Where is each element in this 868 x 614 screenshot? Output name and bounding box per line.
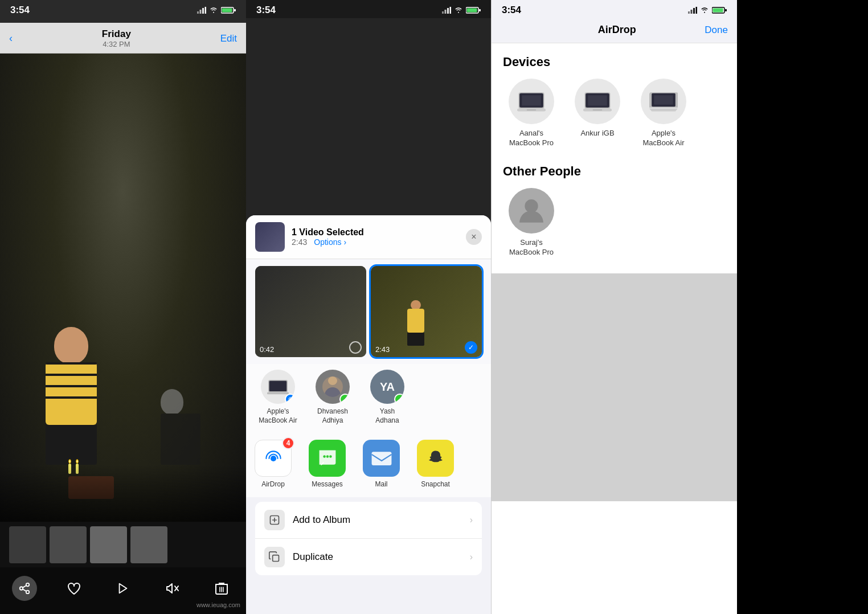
duplicate-icon [264,547,285,567]
wifi-icon2 [454,7,463,14]
mail-app-icon [363,440,400,477]
airdrop-content: Devices Aanal'sMacBook Pro [492,43,737,257]
thumb-4[interactable] [130,526,167,563]
thumb-2[interactable] [50,526,87,563]
svg-rect-37 [273,555,279,562]
snapchat-icon-svg [425,448,446,469]
device-suraj[interactable]: Suraj'sMacBook Pro [503,188,560,257]
phone1-status-bar: 3:54 [0,0,246,18]
device-apple-air[interactable]: Apple'sMacBook Air [635,79,692,148]
share-sheet-header: 1 Video Selected 2:43 Options › × [246,215,491,259]
mute-icon [165,582,179,595]
watermark1: www.ieuag.com [196,601,240,608]
duplicate-action[interactable]: Duplicate › [255,539,482,575]
app-item-messages[interactable]: Messages [300,435,354,493]
trash-button[interactable] [209,576,234,601]
share-contacts-row: Apple'sMacBook Air DhvaneshAdhiya YA [246,364,491,431]
svg-rect-41 [696,7,698,14]
share-sheet-panel: 1 Video Selected 2:43 Options › × 0:42 [246,215,491,614]
phone2-share-sheet: 3:54 1 Video Selected 2:43 Options › × [246,0,491,614]
other-people-section-title: Other People [503,164,726,179]
airdrop-done-button[interactable]: Done [705,24,728,36]
svg-point-31 [326,455,329,458]
contact-item-macbookair[interactable]: Apple'sMacBook Air [255,370,301,425]
nav-title-block: Friday 4:32 PM [102,28,131,48]
video-duration-2: 2:43 [375,345,390,354]
svg-rect-26 [269,381,286,391]
share-close-button[interactable]: × [466,229,482,245]
video-thumb-1[interactable]: 0:42 [255,266,366,357]
duplicate-arrow: › [470,552,473,562]
messages-app-icon [309,440,346,477]
device-avatar-ankur [575,79,620,124]
device-avatar-aanal [509,79,554,124]
contact-label-dhvanesh: DhvaneshAdhiya [317,407,348,425]
app-item-snapchat[interactable]: Snapchat [408,435,462,493]
battery-icon [221,7,236,14]
battery-icon3 [712,7,727,14]
app-item-airdrop[interactable]: 4 AirDrop [246,435,300,493]
phone2-time: 3:54 [256,5,276,16]
share-thumb [255,222,285,252]
heart-icon [67,582,81,595]
copy-icon [269,551,280,563]
phone2-status-icons [442,7,481,14]
contact-item-yash[interactable]: YA YashAdhana [365,370,410,425]
add-to-album-action[interactable]: Add to Album › [255,502,482,539]
mute-button[interactable] [159,576,185,601]
airdrop-title: AirDrop [598,24,636,36]
device-aanal[interactable]: Aanal'sMacBook Pro [503,79,560,148]
thumb-3[interactable] [90,526,127,563]
photo-image [0,50,246,522]
wifi-icon [209,7,218,14]
svg-point-30 [323,455,326,458]
phone2-status-bar: 3:54 [246,0,491,18]
svg-rect-38 [688,11,690,14]
phone3-time: 3:54 [502,5,521,16]
video-select-check-2[interactable]: ✓ [465,341,477,354]
device-ankur[interactable]: Ankur iGB [569,79,626,148]
messages-app-label: Messages [312,480,343,488]
svg-rect-33 [371,452,391,465]
wifi-icon3 [700,7,709,14]
video-select-circle-1[interactable] [349,341,362,354]
svg-rect-19 [445,10,447,14]
heart-button[interactable] [62,576,87,601]
thumb-1[interactable] [9,526,46,563]
options-link[interactable]: Options › [314,238,346,247]
airdrop-icon-svg [261,447,285,470]
battery-icon2 [466,7,481,14]
video-thumb-2[interactable]: 2:43 ✓ [371,266,482,357]
person-silhouette-icon [517,197,546,225]
airdrop-badge [285,394,295,404]
share-info: 1 Video Selected 2:43 Options › [292,227,459,247]
svg-point-7 [26,583,30,587]
edit-button[interactable]: Edit [220,33,237,44]
device-label-ankur: Ankur iGB [580,129,614,138]
svg-rect-56 [654,95,673,105]
play-button[interactable] [110,576,136,601]
share-button[interactable] [12,576,37,601]
phone3-status-bar: 3:54 [492,0,737,18]
phone3-airdrop: 3:54 AirDrop Done Devices [491,0,737,614]
video-thumbs-row: 0:42 2:43 ✓ [246,259,491,364]
macbook-air-icon [649,91,678,112]
svg-marker-10 [120,584,127,593]
svg-rect-20 [447,8,449,14]
share-duration: 2:43 [292,238,307,247]
airdrop-app-label: AirDrop [261,480,285,488]
back-button[interactable]: ‹ [9,32,13,44]
phone1-status-icons [197,7,236,14]
svg-rect-23 [467,9,477,13]
svg-rect-5 [222,9,232,13]
contact-item-dhvanesh[interactable]: DhvaneshAdhiya [310,370,355,425]
mail-app-label: Mail [375,480,387,488]
svg-point-28 [290,399,292,400]
watermark3: www.ieuag.com [687,601,731,608]
signal-icon3 [688,7,697,14]
phone1-time: 3:54 [10,5,30,16]
svg-rect-39 [691,10,693,14]
app-item-mail[interactable]: Mail [354,435,408,493]
svg-rect-27 [267,392,289,395]
svg-rect-1 [200,10,202,14]
